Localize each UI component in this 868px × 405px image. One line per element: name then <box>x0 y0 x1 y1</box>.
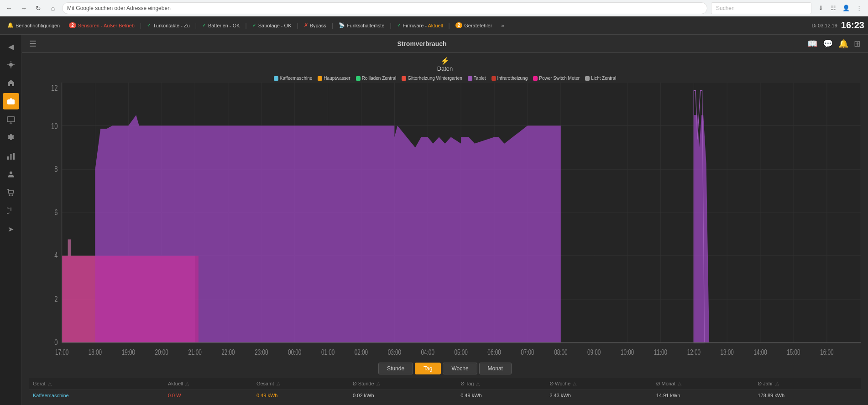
divider-4: | <box>297 22 298 29</box>
legend-label-hauptwasser: Hauptwasser <box>324 76 350 81</box>
divider-5: | <box>332 22 333 29</box>
svg-rect-4 <box>7 156 9 160</box>
legend-label-power-switch: Power Switch Meter <box>539 76 580 81</box>
sidebar-sensor[interactable] <box>3 57 19 73</box>
hamburger-icon[interactable]: ☰ <box>29 39 37 49</box>
sidebar-stats[interactable] <box>3 148 19 164</box>
nav-firmware[interactable]: ✓ Firmware - Aktuell <box>393 21 447 30</box>
legend-label-kaffeemaschine: Kaffeemaschine <box>280 76 313 81</box>
svg-text:23:00: 23:00 <box>255 348 268 356</box>
divider-2: | <box>195 22 197 29</box>
sidebar-exit[interactable]: ➤ <box>3 221 19 237</box>
th-avg-jahr[interactable]: Ø Jahr △ <box>754 378 861 390</box>
th-geraet[interactable]: Gerät △ <box>29 378 164 390</box>
data-table-wrapper: Gerät △ Aktuell △ Gesamt △ <box>29 378 861 401</box>
menu-icon[interactable]: ⋮ <box>853 3 864 14</box>
address-bar[interactable]: Mit Google suchen oder Adresse eingeben <box>62 2 707 14</box>
th-avg-stunde[interactable]: Ø Stunde △ <box>349 378 457 390</box>
sidebar-display[interactable] <box>3 111 19 128</box>
nav-datetime: Di 03.12.19 16:23 <box>812 20 864 31</box>
time-btn-monat[interactable]: Monat <box>479 363 512 374</box>
nav-funkschalterliste[interactable]: 📡 Funkschalterliste <box>335 21 388 30</box>
divider-1: | <box>140 22 141 29</box>
bypass-x-icon: ✗ <box>304 22 308 28</box>
svg-text:19:00: 19:00 <box>122 348 135 356</box>
check-icon: ✓ <box>147 22 151 28</box>
nav-bypass[interactable]: ✗ Bypass <box>300 21 330 30</box>
sidebar-settings[interactable] <box>3 130 19 146</box>
svg-text:16:00: 16:00 <box>820 348 833 356</box>
sidebar-back[interactable]: ◀ <box>3 38 19 55</box>
svg-text:6: 6 <box>54 208 58 217</box>
sidebar-users[interactable] <box>3 166 19 182</box>
svg-text:2: 2 <box>54 295 58 303</box>
nav-sabotage[interactable]: ✓ Sabotage - OK <box>249 21 295 30</box>
th-aktuell[interactable]: Aktuell △ <box>164 378 253 390</box>
svg-text:01:00: 01:00 <box>321 348 335 356</box>
sort-geraet-icon: △ <box>48 381 52 386</box>
sidebar-power[interactable] <box>3 202 19 219</box>
th-avg-woche-label: Ø Woche <box>549 381 570 386</box>
svg-marker-78 <box>62 256 199 343</box>
nav-batterien[interactable]: ✓ Batterien - OK <box>199 21 244 30</box>
search-bar[interactable]: Suchen <box>711 2 811 14</box>
nav-benachrichtigungen[interactable]: 🔔 Benachrichtigungen <box>4 21 63 30</box>
more-icon: » <box>501 23 504 28</box>
th-avg-woche[interactable]: Ø Woche △ <box>546 378 652 390</box>
cell-avg-jahr: 178.89 kWh <box>754 390 861 401</box>
top-nav: 🔔 Benachrichtigungen 2 Sensoren - Außer … <box>0 16 868 35</box>
nav-sensoren[interactable]: 2 Sensoren - Außer Betrieb <box>65 21 138 30</box>
firmware-label: Firmware - Aktuell <box>403 23 443 28</box>
aktuell-value: 0.0 W <box>168 393 181 398</box>
th-avg-tag[interactable]: Ø Tag △ <box>457 378 546 390</box>
time-btn-stunde[interactable]: Stunde <box>378 363 413 374</box>
th-avg-monat[interactable]: Ø Monat △ <box>653 378 754 390</box>
svg-text:8: 8 <box>54 165 58 173</box>
nav-geratefehler[interactable]: 2 Gerätefehler <box>452 21 496 30</box>
legend-gitter: Gittorheizung Wintergarten <box>402 76 462 81</box>
svg-text:04:00: 04:00 <box>421 348 434 356</box>
sabotage-label: Sabotage - OK <box>258 23 292 28</box>
power-data-table: Gerät △ Aktuell △ Gesamt △ <box>29 378 861 401</box>
bell-header-icon[interactable]: 🔔 <box>838 39 848 49</box>
th-gesamt[interactable]: Gesamt △ <box>253 378 349 390</box>
grid-icon[interactable]: ☷ <box>828 3 839 14</box>
chart-power-icon: ⚡ <box>29 57 861 65</box>
sort-gesamt-icon: △ <box>277 381 280 386</box>
reload-button[interactable]: ↻ <box>33 3 44 14</box>
forward-button[interactable]: → <box>18 3 29 14</box>
page-title: Stromverbrauch <box>37 40 807 47</box>
chat-icon[interactable]: 💬 <box>823 39 833 49</box>
download-icon[interactable]: ⇓ <box>815 3 826 14</box>
svg-text:14:00: 14:00 <box>753 348 767 356</box>
legend-label-licht: Licht Zentral <box>591 76 616 81</box>
cell-geraet[interactable]: Kaffeemaschine <box>29 390 164 401</box>
svg-text:09:00: 09:00 <box>587 348 601 356</box>
svg-rect-5 <box>10 154 11 160</box>
svg-text:12:00: 12:00 <box>687 348 701 356</box>
nav-date: Di 03.12.19 <box>812 23 837 28</box>
svg-point-7 <box>10 171 12 174</box>
funk-icon: 📡 <box>339 22 345 28</box>
legend-hauptwasser: Hauptwasser <box>318 76 350 81</box>
svg-point-0 <box>9 63 13 67</box>
sidebar-home[interactable] <box>3 75 19 91</box>
legend-color-infrarot <box>492 76 496 81</box>
sidebar-camera[interactable] <box>3 93 19 109</box>
svg-text:06:00: 06:00 <box>487 348 501 356</box>
cell-gesamt: 0.49 kWh <box>253 390 349 401</box>
nav-tuerkontakte[interactable]: ✓ Türkontakte - Zu <box>143 21 193 30</box>
time-btn-woche[interactable]: Woche <box>443 363 477 374</box>
legend-rollladen: Rollladen Zentral <box>356 76 397 81</box>
legend-color-kaffeemaschine <box>274 76 278 81</box>
back-button[interactable]: ← <box>4 3 15 14</box>
nav-more[interactable]: » <box>497 21 507 30</box>
cell-avg-tag: 0.49 kWh <box>457 390 546 401</box>
home-button[interactable]: ⌂ <box>47 3 58 14</box>
grid-header-icon[interactable]: ⊞ <box>854 39 861 49</box>
time-btn-tag[interactable]: Tag <box>415 363 441 374</box>
user-icon[interactable]: 👤 <box>841 3 852 14</box>
geraet-name: Kaffeemaschine <box>33 393 69 398</box>
book-icon[interactable]: 📖 <box>807 39 817 49</box>
sidebar-shop[interactable] <box>3 184 19 201</box>
